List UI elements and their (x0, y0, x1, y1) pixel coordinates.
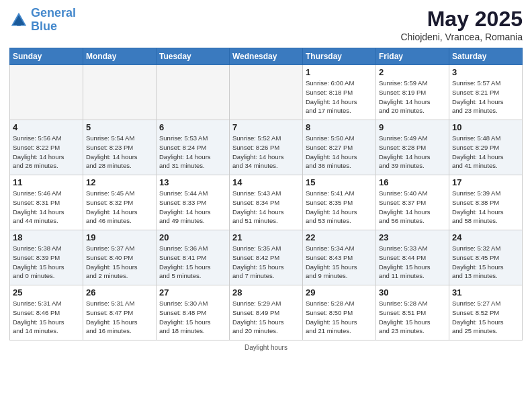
day-number: 30 (379, 287, 446, 298)
logo: General Blue (9, 7, 76, 34)
page: General Blue May 2025 Chiojdeni, Vrancea… (0, 0, 532, 411)
title-block: May 2025 Chiojdeni, Vrancea, Romania (400, 7, 523, 42)
day-number: 16 (379, 177, 446, 187)
day-number: 14 (232, 177, 300, 187)
day-number: 1 (306, 67, 373, 77)
week-row-2: 4Sunrise: 5:56 AM Sunset: 8:22 PM Daylig… (10, 120, 523, 175)
calendar-cell: 12Sunrise: 5:45 AM Sunset: 8:32 PM Dayli… (83, 175, 157, 230)
calendar-cell: 21Sunrise: 5:35 AM Sunset: 8:42 PM Dayli… (230, 230, 303, 285)
day-info: Sunrise: 5:38 AM Sunset: 8:39 PM Dayligh… (13, 244, 80, 281)
day-info: Sunrise: 5:31 AM Sunset: 8:47 PM Dayligh… (86, 299, 153, 336)
calendar-cell (230, 65, 303, 120)
day-info: Sunrise: 5:30 AM Sunset: 8:48 PM Dayligh… (159, 299, 226, 336)
day-info: Sunrise: 5:28 AM Sunset: 8:51 PM Dayligh… (379, 299, 446, 336)
day-info: Sunrise: 5:50 AM Sunset: 8:27 PM Dayligh… (306, 134, 373, 171)
calendar-cell: 8Sunrise: 5:50 AM Sunset: 8:27 PM Daylig… (303, 120, 376, 175)
day-number: 29 (306, 287, 373, 298)
day-number: 3 (452, 67, 519, 77)
day-info: Sunrise: 5:52 AM Sunset: 8:26 PM Dayligh… (232, 134, 300, 171)
weekday-header-wednesday: Wednesday (230, 48, 303, 65)
day-info: Sunrise: 5:40 AM Sunset: 8:37 PM Dayligh… (379, 189, 446, 226)
day-number: 6 (159, 122, 226, 132)
calendar-cell: 4Sunrise: 5:56 AM Sunset: 8:22 PM Daylig… (10, 120, 83, 175)
day-info: Sunrise: 5:36 AM Sunset: 8:41 PM Dayligh… (159, 244, 226, 281)
weekday-header-tuesday: Tuesday (157, 48, 230, 65)
calendar-cell: 16Sunrise: 5:40 AM Sunset: 8:37 PM Dayli… (376, 175, 449, 230)
calendar-cell: 2Sunrise: 5:59 AM Sunset: 8:19 PM Daylig… (376, 65, 449, 120)
calendar-cell (157, 65, 230, 120)
day-info: Sunrise: 5:31 AM Sunset: 8:46 PM Dayligh… (13, 299, 80, 336)
day-info: Sunrise: 5:44 AM Sunset: 8:33 PM Dayligh… (159, 189, 226, 226)
day-info: Sunrise: 5:46 AM Sunset: 8:31 PM Dayligh… (13, 189, 80, 226)
day-number: 9 (379, 122, 446, 132)
calendar-cell: 17Sunrise: 5:39 AM Sunset: 8:38 PM Dayli… (449, 175, 523, 230)
logo-text-general: General (31, 7, 76, 20)
day-info: Sunrise: 5:39 AM Sunset: 8:38 PM Dayligh… (452, 189, 519, 226)
week-row-4: 18Sunrise: 5:38 AM Sunset: 8:39 PM Dayli… (10, 230, 523, 285)
day-info: Sunrise: 5:48 AM Sunset: 8:29 PM Dayligh… (452, 134, 519, 171)
day-number: 20 (159, 232, 226, 242)
calendar-cell: 25Sunrise: 5:31 AM Sunset: 8:46 PM Dayli… (10, 285, 83, 340)
day-info: Sunrise: 5:43 AM Sunset: 8:34 PM Dayligh… (232, 189, 300, 226)
calendar-cell: 3Sunrise: 5:57 AM Sunset: 8:21 PM Daylig… (449, 65, 523, 120)
day-number: 27 (159, 287, 226, 298)
calendar-cell: 19Sunrise: 5:37 AM Sunset: 8:40 PM Dayli… (83, 230, 157, 285)
calendar-cell: 30Sunrise: 5:28 AM Sunset: 8:51 PM Dayli… (376, 285, 449, 340)
day-number: 19 (86, 232, 153, 242)
day-number: 2 (379, 67, 446, 77)
day-info: Sunrise: 5:54 AM Sunset: 8:23 PM Dayligh… (86, 134, 153, 171)
day-info: Sunrise: 5:33 AM Sunset: 8:44 PM Dayligh… (379, 244, 446, 281)
day-number: 5 (86, 122, 153, 132)
calendar-cell: 9Sunrise: 5:49 AM Sunset: 8:28 PM Daylig… (376, 120, 449, 175)
svg-rect-2 (17, 21, 21, 26)
weekday-header-monday: Monday (83, 48, 157, 65)
footer-note: Daylight hours (9, 344, 523, 351)
day-info: Sunrise: 5:35 AM Sunset: 8:42 PM Dayligh… (232, 244, 300, 281)
weekday-header-friday: Friday (376, 48, 449, 65)
calendar-cell: 1Sunrise: 6:00 AM Sunset: 8:18 PM Daylig… (303, 65, 376, 120)
calendar-cell: 13Sunrise: 5:44 AM Sunset: 8:33 PM Dayli… (157, 175, 230, 230)
day-number: 11 (13, 177, 80, 187)
month-title: May 2025 (400, 7, 523, 32)
day-number: 7 (232, 122, 300, 132)
day-info: Sunrise: 5:45 AM Sunset: 8:32 PM Dayligh… (86, 189, 153, 226)
day-info: Sunrise: 5:27 AM Sunset: 8:52 PM Dayligh… (452, 299, 519, 336)
weekday-header-thursday: Thursday (303, 48, 376, 65)
calendar-cell: 22Sunrise: 5:34 AM Sunset: 8:43 PM Dayli… (303, 230, 376, 285)
day-number: 10 (452, 122, 519, 132)
day-number: 17 (452, 177, 519, 187)
calendar-cell: 23Sunrise: 5:33 AM Sunset: 8:44 PM Dayli… (376, 230, 449, 285)
calendar-cell: 20Sunrise: 5:36 AM Sunset: 8:41 PM Dayli… (157, 230, 230, 285)
weekday-header-sunday: Sunday (10, 48, 83, 65)
calendar-table: SundayMondayTuesdayWednesdayThursdayFrid… (9, 48, 523, 340)
calendar-cell: 6Sunrise: 5:53 AM Sunset: 8:24 PM Daylig… (157, 120, 230, 175)
day-number: 28 (232, 287, 300, 298)
day-number: 25 (13, 287, 80, 298)
calendar-cell: 29Sunrise: 5:28 AM Sunset: 8:50 PM Dayli… (303, 285, 376, 340)
calendar-cell: 15Sunrise: 5:41 AM Sunset: 8:35 PM Dayli… (303, 175, 376, 230)
calendar-cell: 31Sunrise: 5:27 AM Sunset: 8:52 PM Dayli… (449, 285, 523, 340)
header: General Blue May 2025 Chiojdeni, Vrancea… (9, 7, 523, 42)
calendar-cell (83, 65, 157, 120)
day-info: Sunrise: 5:56 AM Sunset: 8:22 PM Dayligh… (13, 134, 80, 171)
day-number: 26 (86, 287, 153, 298)
day-number: 31 (452, 287, 519, 298)
week-row-1: 1Sunrise: 6:00 AM Sunset: 8:18 PM Daylig… (10, 65, 523, 120)
day-number: 13 (159, 177, 226, 187)
calendar-cell: 7Sunrise: 5:52 AM Sunset: 8:26 PM Daylig… (230, 120, 303, 175)
weekday-header-saturday: Saturday (449, 48, 523, 65)
day-number: 23 (379, 232, 446, 242)
day-number: 21 (232, 232, 300, 242)
day-info: Sunrise: 5:57 AM Sunset: 8:21 PM Dayligh… (452, 79, 519, 116)
calendar-cell: 14Sunrise: 5:43 AM Sunset: 8:34 PM Dayli… (230, 175, 303, 230)
day-info: Sunrise: 5:49 AM Sunset: 8:28 PM Dayligh… (379, 134, 446, 171)
day-info: Sunrise: 5:28 AM Sunset: 8:50 PM Dayligh… (306, 299, 373, 336)
day-number: 22 (306, 232, 373, 242)
day-info: Sunrise: 5:59 AM Sunset: 8:19 PM Dayligh… (379, 79, 446, 116)
day-info: Sunrise: 5:34 AM Sunset: 8:43 PM Dayligh… (306, 244, 373, 281)
calendar-cell: 26Sunrise: 5:31 AM Sunset: 8:47 PM Dayli… (83, 285, 157, 340)
calendar-cell (10, 65, 83, 120)
logo-icon (9, 11, 28, 30)
week-row-5: 25Sunrise: 5:31 AM Sunset: 8:46 PM Dayli… (10, 285, 523, 340)
day-number: 8 (306, 122, 373, 132)
